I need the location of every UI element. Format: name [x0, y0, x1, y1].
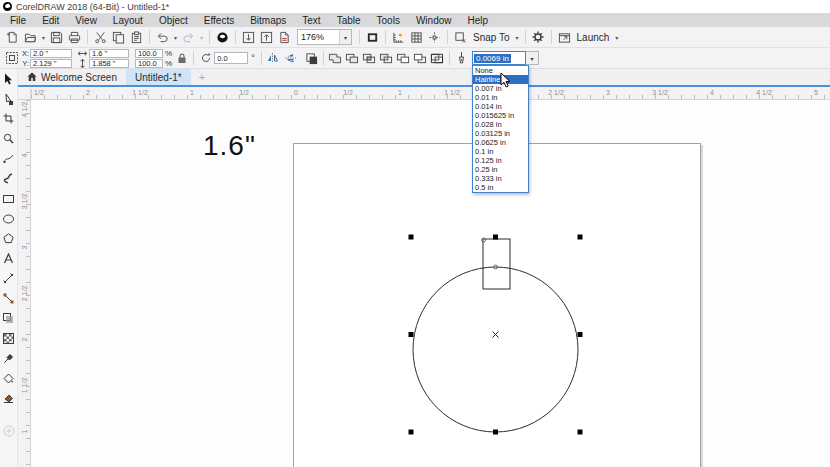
outline-width-option-3[interactable]: 0.01 in	[473, 93, 528, 102]
snap-to-dropdown-icon[interactable]: ▾	[514, 34, 521, 41]
smart-fill-tool-button[interactable]	[2, 372, 16, 385]
outline-width-option-8[interactable]: 0.0625 in	[473, 138, 528, 147]
menu-item-8[interactable]: Table	[329, 15, 369, 26]
snap-to-label[interactable]: Snap To	[470, 32, 513, 43]
vertical-ruler[interactable]: 4 1/243 1/232 1/221 1/21	[18, 100, 31, 467]
ellipse-tool-button[interactable]	[2, 212, 16, 225]
circle-object[interactable]	[413, 267, 578, 432]
paste-icon[interactable]	[128, 29, 145, 46]
crop-tool-button[interactable]	[2, 112, 16, 125]
menu-item-11[interactable]: Help	[460, 15, 497, 26]
outline-width-value-box[interactable]: 0.0069 in	[472, 51, 526, 65]
color-eyedropper-tool-button[interactable]	[2, 352, 16, 365]
zoom-level-combo[interactable]: 176% ▾	[297, 29, 352, 45]
selection-handle[interactable]	[493, 235, 498, 240]
selection-center-mark[interactable]	[493, 332, 499, 338]
outline-width-option-7[interactable]: 0.03125 in	[473, 129, 528, 138]
connector-tool-button[interactable]	[2, 292, 16, 305]
freehand-tool-button[interactable]	[2, 152, 16, 165]
rectangle-object[interactable]	[483, 239, 510, 289]
outline-width-option-13[interactable]: 0.5 in	[473, 183, 528, 192]
open-icon[interactable]	[22, 29, 39, 46]
outline-width-option-9[interactable]: 0.1 in	[473, 147, 528, 156]
rotation-angle-field[interactable]: 0.0	[214, 52, 248, 64]
scale-y-field[interactable]: 100.0	[135, 59, 163, 68]
rectangle-tool-button[interactable]	[2, 192, 16, 205]
undo-icon[interactable]	[154, 29, 171, 46]
menu-item-1[interactable]: Edit	[34, 15, 67, 26]
shape-tool-button[interactable]	[2, 92, 16, 105]
lock-ratio-icon[interactable]	[173, 50, 190, 67]
weld-icon[interactable]	[327, 50, 344, 67]
back-minus-front-icon[interactable]	[412, 50, 429, 67]
zoom-level-dropdown-icon[interactable]: ▾	[339, 30, 351, 44]
undo-dropdown-icon[interactable]: ▾	[172, 34, 179, 41]
outline-width-option-4[interactable]: 0.014 in	[473, 102, 528, 111]
show-grid-icon[interactable]	[408, 29, 425, 46]
outline-width-combo[interactable]: 0.0069 in ▾	[472, 51, 539, 65]
outline-width-option-10[interactable]: 0.125 in	[473, 156, 528, 165]
transparency-tool-button[interactable]	[2, 332, 16, 345]
print-icon[interactable]	[66, 29, 83, 46]
export-icon[interactable]	[258, 29, 275, 46]
interactive-fill-tool-button[interactable]	[2, 392, 16, 405]
search-content-icon[interactable]	[214, 29, 231, 46]
menu-item-3[interactable]: Layout	[105, 15, 151, 26]
menu-item-9[interactable]: Tools	[369, 15, 408, 26]
save-icon[interactable]	[48, 29, 65, 46]
publish-pdf-icon[interactable]	[276, 29, 293, 46]
open-dropdown-icon[interactable]: ▾	[40, 34, 47, 41]
selection-handle[interactable]	[409, 235, 414, 240]
drop-shadow-tool-button[interactable]	[2, 312, 16, 325]
new-tab-button[interactable]: +	[191, 69, 213, 85]
import-icon[interactable]	[240, 29, 257, 46]
copy-icon[interactable]	[110, 29, 127, 46]
horizontal-ruler[interactable]: 2 1/221 1/211/201/211 1/222 1/233 1/244 …	[31, 87, 830, 100]
selection-handle[interactable]	[493, 430, 498, 435]
menu-item-5[interactable]: Effects	[196, 15, 242, 26]
outline-width-option-6[interactable]: 0.028 in	[473, 120, 528, 129]
show-rulers-icon[interactable]	[390, 29, 407, 46]
menu-item-2[interactable]: View	[67, 15, 105, 26]
snap-to-icon[interactable]	[452, 29, 469, 46]
selection-handle[interactable]	[578, 332, 583, 337]
new-document-icon[interactable]	[4, 29, 21, 46]
parallel-dimension-tool-button[interactable]	[2, 272, 16, 285]
front-minus-back-icon[interactable]	[395, 50, 412, 67]
menu-item-4[interactable]: Object	[151, 15, 196, 26]
intersect-icon[interactable]	[361, 50, 378, 67]
outline-width-dropdown-icon[interactable]: ▾	[526, 51, 539, 65]
menu-item-10[interactable]: Window	[408, 15, 460, 26]
tab-welcome-screen[interactable]: Welcome Screen	[18, 69, 126, 85]
outline-width-option-11[interactable]: 0.25 in	[473, 165, 528, 174]
menu-item-7[interactable]: Text	[294, 15, 328, 26]
menu-item-6[interactable]: Bitmaps	[242, 15, 294, 26]
customize-toolbox-button[interactable]	[2, 424, 16, 437]
launch-label[interactable]: Launch	[574, 32, 613, 43]
artistic-media-tool-button[interactable]	[2, 172, 16, 185]
fullscreen-preview-icon[interactable]	[364, 29, 381, 46]
outline-width-option-12[interactable]: 0.333 in	[473, 174, 528, 183]
tab-untitled-1[interactable]: Untitled-1*	[126, 69, 191, 85]
x-position-field[interactable]: 2.0 "	[30, 49, 72, 58]
object-width-field[interactable]: 1.6 "	[89, 49, 129, 58]
scale-x-field[interactable]: 100.0	[135, 49, 163, 58]
pick-tool-button[interactable]	[2, 72, 16, 85]
simplify-icon[interactable]	[378, 50, 395, 67]
polygon-tool-button[interactable]	[2, 232, 16, 245]
zoom-tool-button[interactable]	[2, 132, 16, 145]
launch-dropdown-icon[interactable]: ▾	[613, 34, 620, 41]
y-position-field[interactable]: 2.129 "	[30, 59, 72, 68]
flip-horizontal-icon[interactable]	[265, 50, 282, 67]
drawing-canvas[interactable]: 1.6"	[31, 100, 830, 467]
trim-icon[interactable]	[344, 50, 361, 67]
menu-item-0[interactable]: File	[2, 15, 34, 26]
launch-icon[interactable]	[556, 29, 573, 46]
object-height-field[interactable]: 1.858 "	[89, 59, 129, 68]
redo-dropdown-icon[interactable]: ▾	[198, 34, 205, 41]
selection-handle[interactable]	[409, 430, 414, 435]
flip-vertical-icon[interactable]	[282, 50, 299, 67]
ruler-origin-corner[interactable]	[18, 87, 31, 100]
outline-width-option-5[interactable]: 0.015625 in	[473, 111, 528, 120]
order-to-front-icon[interactable]	[303, 50, 320, 67]
